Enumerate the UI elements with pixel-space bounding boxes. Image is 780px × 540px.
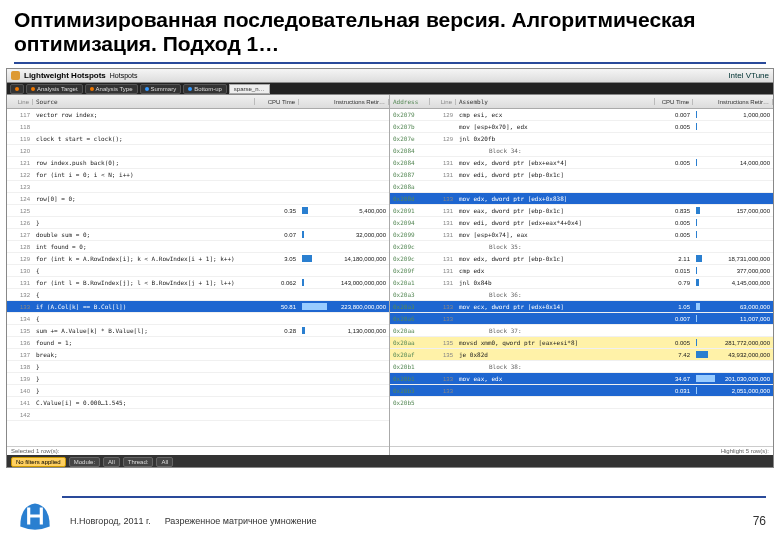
assembly-columns: Address Line Assembly CPU Time Instructi… [390, 95, 773, 109]
profiler-titlebar: Lightweight Hotspots Hotspots Intel VTun… [7, 69, 773, 83]
source-row[interactable]: 132 { [7, 289, 389, 301]
assembly-row[interactable]: 0x209cBlock 35: [390, 241, 773, 253]
assembly-row[interactable]: 0x209f131cmp edx0.015377,000,000 [390, 265, 773, 277]
slide-footer: Н.Новгород, 2011 г. Разреженное матрично… [0, 492, 780, 540]
source-row[interactable]: 139 } [7, 373, 389, 385]
source-row[interactable]: 142 [7, 409, 389, 421]
filter-module-value[interactable]: All [103, 457, 120, 467]
source-row[interactable]: 123 [7, 181, 389, 193]
assembly-row[interactable]: 0x209c131mov edx, dword ptr [ebp-0x1c]2.… [390, 253, 773, 265]
assembly-row[interactable]: 0x20a1131jnl 0x84b 0.794,145,000,000 [390, 277, 773, 289]
filter-thread-label: Thread: [123, 457, 154, 467]
assembly-row[interactable]: 0x20b31330.0312,051,000,000 [390, 385, 773, 397]
source-row[interactable]: 131 for (int l = B.RowIndex[j]; l < B.Ro… [7, 277, 389, 289]
assembly-row[interactable]: 0x2091131mov eax, dword ptr [ebp-0x1c]0.… [390, 205, 773, 217]
source-row[interactable]: 128 int found = 0; [7, 241, 389, 253]
toolbar-new[interactable] [10, 84, 24, 94]
source-row[interactable]: 129 for (int k = A.RowIndex[i]; k < A.Ro… [7, 253, 389, 265]
source-row[interactable]: 135 sum += A.Value[k] * B.Value[l];0.281… [7, 325, 389, 337]
tab-analysis-target[interactable]: Analysis Target [26, 84, 83, 94]
filter-bar: No filters applied Module: All Thread: A… [7, 455, 773, 468]
assembly-row[interactable]: 0x20b1Block 38: [390, 361, 773, 373]
right-highlight-caption: Highlight 5 row(s): [390, 446, 773, 455]
assembly-row[interactable]: 0x2094131mov edi, dword ptr [edx+eax*4+0… [390, 217, 773, 229]
title-rule [14, 62, 766, 64]
assembly-row[interactable]: 0x208d133mov edx, dword ptr [edx+0x838] [390, 193, 773, 205]
assembly-row[interactable]: 0x20a3Block 36: [390, 289, 773, 301]
assembly-pane: Address Line Assembly CPU Time Instructi… [390, 95, 773, 455]
source-row[interactable]: 130 { [7, 265, 389, 277]
source-row[interactable]: 127 double sum = 0;0.0732,000,000 [7, 229, 389, 241]
source-row[interactable]: 141 C.Value[i] = 0.000…1.545; [7, 397, 389, 409]
footer-rule [62, 496, 766, 498]
profiler-toolbar: Analysis Target Analysis Type Summary Bo… [7, 83, 773, 95]
assembly-row[interactable]: 0x2084Block 34: [390, 145, 773, 157]
tab-bottom-up[interactable]: Bottom-up [183, 84, 227, 94]
filter-module-label: Module: [69, 457, 100, 467]
source-row[interactable]: 119clock_t start = clock(); [7, 133, 389, 145]
window-title: Lightweight Hotspots [24, 71, 106, 80]
source-row[interactable]: 1250.355,400,000 [7, 205, 389, 217]
assembly-row[interactable]: 0x20b1133mov eax, edx34.67201,030,000,00… [390, 373, 773, 385]
footer-left: Н.Новгород, 2011 г. [70, 516, 151, 526]
profiler-window: Lightweight Hotspots Hotspots Intel VTun… [6, 68, 774, 468]
assembly-row[interactable]: 0x20a61330.00711,007,000 [390, 313, 773, 325]
assembly-row[interactable]: 0x207bmov [esp+0x70], edx0.005 [390, 121, 773, 133]
assembly-row[interactable]: 0x20aa135movsd xmm0, qword ptr [eax+esi*… [390, 337, 773, 349]
assembly-row[interactable]: 0x2087131mov edi, dword ptr [ebp-0x1c] [390, 169, 773, 181]
source-row[interactable]: 138 } [7, 361, 389, 373]
tab-summary[interactable]: Summary [140, 84, 182, 94]
assembly-row[interactable]: 0x20a3133mov ecx, dword ptr [edx+0x14]1.… [390, 301, 773, 313]
assembly-row[interactable]: 0x207e129jnl 0x20fb [390, 133, 773, 145]
footer-center: Разреженное матричное умножение [165, 516, 317, 526]
source-row[interactable]: 122for (int i = 0; i < N; i++) [7, 169, 389, 181]
assembly-row[interactable]: 0x2099131mov [esp+0x74], eax0.005 [390, 229, 773, 241]
source-row[interactable]: 136 found = 1; [7, 337, 389, 349]
source-row[interactable]: 133 if (A.Col[k] == B.Col[l])50.81223,80… [7, 301, 389, 313]
assembly-row[interactable]: 0x20aaBlock 37: [390, 325, 773, 337]
filter-status[interactable]: No filters applied [11, 457, 66, 467]
filter-thread-value[interactable]: All [156, 457, 173, 467]
source-rows[interactable]: 117vector row_index;118119clock_t start … [7, 109, 389, 446]
source-pane: Line Source CPU Time Instructions Retir…… [7, 95, 390, 455]
app-icon [11, 71, 20, 80]
page-number: 76 [753, 514, 766, 528]
assembly-row[interactable]: 0x2084131mov edx, dword ptr [ebx+eax*4]0… [390, 157, 773, 169]
source-row[interactable]: 140 } [7, 385, 389, 397]
file-tab[interactable]: sparse_n… [229, 84, 270, 94]
assembly-row[interactable]: 0x20b5 [390, 397, 773, 409]
source-row[interactable]: 126 } [7, 217, 389, 229]
assembly-row[interactable]: 0x208a [390, 181, 773, 193]
brand-label: Intel VTune [728, 71, 769, 80]
source-row[interactable]: 117vector row_index; [7, 109, 389, 121]
source-row[interactable]: 121row_index.push_back(0); [7, 157, 389, 169]
source-row[interactable]: 118 [7, 121, 389, 133]
tab-analysis-type[interactable]: Analysis Type [85, 84, 138, 94]
source-row[interactable]: 124 row[0] = 0; [7, 193, 389, 205]
assembly-rows[interactable]: 0x2079129cmp esi, ecx0.0071,000,0000x207… [390, 109, 773, 446]
assembly-row[interactable]: 0x2079129cmp esi, ecx0.0071,000,000 [390, 109, 773, 121]
source-row[interactable]: 137 break; [7, 349, 389, 361]
slide-title: Оптимизированная последовательная версия… [0, 0, 780, 60]
university-logo [14, 495, 56, 537]
source-row[interactable]: 134 { [7, 313, 389, 325]
assembly-row[interactable]: 0x20af135je 0x82d 7.4243,932,000,000 [390, 349, 773, 361]
source-row[interactable]: 120 [7, 145, 389, 157]
window-subtitle: Hotspots [110, 72, 138, 79]
source-columns: Line Source CPU Time Instructions Retir… [7, 95, 389, 109]
left-selection-caption: Selected 1 row(s): [7, 446, 389, 455]
